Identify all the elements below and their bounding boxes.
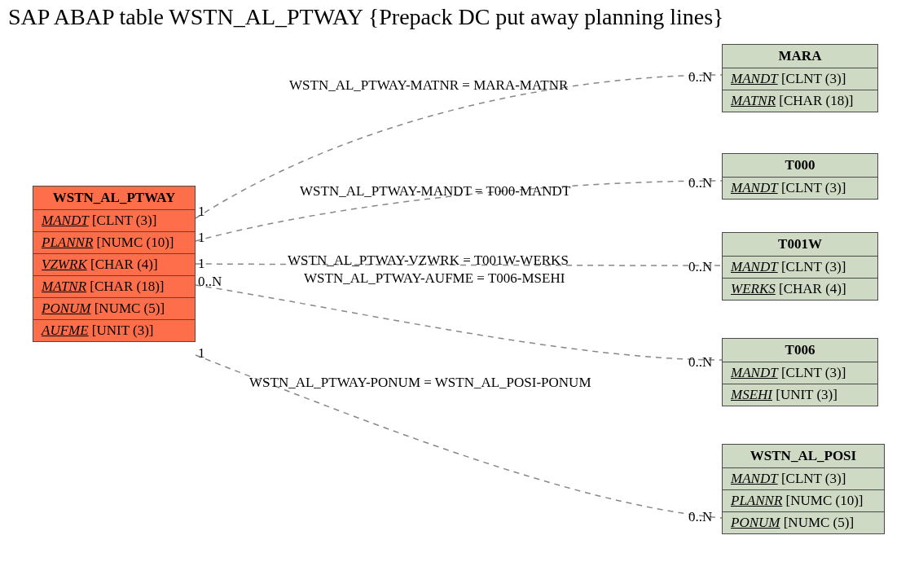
- entity-field: MSEHI [UNIT (3)]: [723, 384, 877, 406]
- entity-field: MANDT [CLNT (3)]: [723, 178, 877, 199]
- cardinality-dst: 0..N: [688, 175, 712, 191]
- cardinality-dst: 0..N: [688, 259, 712, 275]
- cardinality-src: 1: [198, 204, 205, 220]
- entity-t000: T000 MANDT [CLNT (3)]: [722, 153, 878, 200]
- field-type: [CLNT (3)]: [778, 180, 846, 195]
- cardinality-dst: 0..N: [688, 509, 712, 525]
- entity-field: PLANNR [NUMC (10)]: [723, 490, 884, 512]
- cardinality-src: 1: [198, 230, 205, 246]
- field-type: [CLNT (3)]: [778, 71, 846, 86]
- entity-header: T006: [723, 339, 877, 362]
- page-title: SAP ABAP table WSTN_AL_PTWAY {Prepack DC…: [8, 4, 724, 30]
- relation-label: WSTN_AL_PTWAY-VZWRK = T001W-WERKS: [288, 252, 569, 269]
- entity-header: T001W: [723, 233, 877, 257]
- entity-wstn-al-ptway: WSTN_AL_PTWAY MANDT [CLNT (3)] PLANNR [N…: [33, 186, 196, 342]
- field-name: VZWRK: [42, 257, 87, 272]
- field-type: [CLNT (3)]: [778, 471, 846, 486]
- entity-header: WSTN_AL_POSI: [723, 445, 884, 468]
- field-name: PONUM: [42, 301, 90, 316]
- entity-field: PONUM [NUMC (5)]: [33, 298, 195, 320]
- field-type: [UNIT (3)]: [772, 387, 837, 402]
- field-type: [CLNT (3)]: [89, 213, 157, 228]
- field-name: MANDT: [42, 213, 89, 228]
- entity-field: MANDT [CLNT (3)]: [723, 68, 877, 90]
- relation-label: WSTN_AL_PTWAY-MANDT = T000-MANDT: [300, 183, 570, 200]
- field-name: MATNR: [42, 279, 86, 294]
- entity-field: AUFME [UNIT (3)]: [33, 320, 195, 341]
- erd-canvas: SAP ABAP table WSTN_AL_PTWAY {Prepack DC…: [0, 0, 910, 588]
- entity-header: T000: [723, 154, 877, 178]
- relation-label: WSTN_AL_PTWAY-AUFME = T006-MSEHI: [304, 270, 565, 287]
- field-name: MANDT: [731, 365, 778, 380]
- field-name: PLANNR: [731, 493, 782, 508]
- field-type: [CLNT (3)]: [778, 259, 846, 274]
- entity-header: MARA: [723, 45, 877, 68]
- entity-field: MATNR [CHAR (18)]: [33, 276, 195, 298]
- field-type: [CHAR (18)]: [776, 93, 853, 108]
- entity-field: PONUM [NUMC (5)]: [723, 512, 884, 533]
- field-name: AUFME: [42, 323, 89, 338]
- field-name: MSEHI: [731, 387, 772, 402]
- cardinality-dst: 0..N: [688, 354, 712, 371]
- entity-field: WERKS [CHAR (4)]: [723, 279, 877, 300]
- cardinality-src: 0..N: [198, 274, 222, 290]
- entity-field: MANDT [CLNT (3)]: [723, 257, 877, 279]
- field-type: [UNIT (3)]: [89, 323, 154, 338]
- entity-field: MANDT [CLNT (3)]: [723, 468, 884, 490]
- entity-field: MATNR [CHAR (18)]: [723, 90, 877, 112]
- field-name: MATNR: [731, 93, 776, 108]
- entity-mara: MARA MANDT [CLNT (3)] MATNR [CHAR (18)]: [722, 44, 878, 112]
- field-type: [NUMC (5)]: [90, 301, 165, 316]
- relation-label: WSTN_AL_PTWAY-PONUM = WSTN_AL_POSI-PONUM: [249, 375, 591, 391]
- field-type: [NUMC (5)]: [780, 515, 854, 530]
- field-type: [CHAR (4)]: [87, 257, 158, 272]
- field-name: PLANNR: [42, 235, 93, 250]
- entity-field: PLANNR [NUMC (10)]: [33, 232, 195, 254]
- field-name: MANDT: [731, 471, 778, 486]
- entity-t001w: T001W MANDT [CLNT (3)] WERKS [CHAR (4)]: [722, 232, 878, 301]
- entity-t006: T006 MANDT [CLNT (3)] MSEHI [UNIT (3)]: [722, 338, 878, 406]
- relation-label: WSTN_AL_PTWAY-MATNR = MARA-MATNR: [289, 77, 568, 94]
- field-name: WERKS: [731, 281, 776, 296]
- entity-field: MANDT [CLNT (3)]: [723, 362, 877, 384]
- entity-wstn-al-posi: WSTN_AL_POSI MANDT [CLNT (3)] PLANNR [NU…: [722, 444, 885, 534]
- cardinality-src: 1: [198, 256, 205, 272]
- field-type: [NUMC (10)]: [93, 235, 174, 250]
- cardinality-src: 1: [198, 345, 205, 362]
- field-type: [CHAR (4)]: [776, 281, 846, 296]
- field-name: MANDT: [731, 71, 778, 86]
- field-name: MANDT: [731, 259, 778, 274]
- field-name: MANDT: [731, 180, 778, 195]
- field-name: PONUM: [731, 515, 780, 530]
- field-type: [CLNT (3)]: [778, 365, 846, 380]
- field-type: [NUMC (10)]: [782, 493, 863, 508]
- field-type: [CHAR (18)]: [86, 279, 164, 294]
- entity-field: VZWRK [CHAR (4)]: [33, 254, 195, 276]
- entity-header: WSTN_AL_PTWAY: [33, 186, 195, 210]
- entity-field: MANDT [CLNT (3)]: [33, 210, 195, 232]
- cardinality-dst: 0..N: [688, 69, 712, 86]
